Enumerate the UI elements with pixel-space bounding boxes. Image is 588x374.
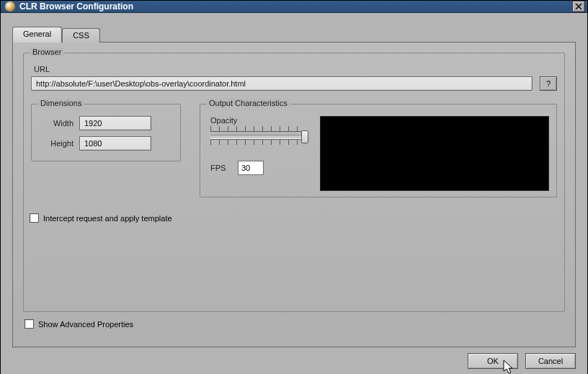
advanced-row: Show Advanced Properties (24, 319, 565, 329)
intercept-row: Intercept request and apply template (30, 213, 557, 223)
slider-ticks-top (210, 126, 306, 132)
group-output-legend: Output Characteristics (206, 99, 290, 107)
height-row: Height (39, 136, 173, 151)
height-label: Height (39, 139, 74, 148)
height-input[interactable] (79, 136, 151, 151)
panels: Dimensions Width Height Output Character… (31, 104, 557, 197)
tabstrip: General CSS (12, 26, 576, 42)
output-preview (320, 116, 549, 191)
group-output: Output Characteristics Opacity (200, 104, 557, 197)
advanced-checkbox[interactable] (24, 319, 34, 329)
url-label: URL (34, 65, 557, 74)
group-browser: Browser URL ? Dimensions Width Heigh (23, 53, 565, 312)
slider-thumb[interactable] (301, 130, 308, 143)
opacity-column: Opacity FPS (208, 116, 308, 175)
tab-css[interactable]: CSS (62, 28, 100, 43)
opacity-slider[interactable] (208, 126, 308, 151)
url-row: ? (31, 76, 557, 91)
client-area: General CSS Browser URL ? Dimensions (1, 13, 587, 374)
width-input[interactable] (79, 116, 151, 130)
tab-page-general: Browser URL ? Dimensions Width Heigh (12, 42, 576, 347)
url-help-button[interactable]: ? (540, 76, 557, 91)
window: CLR Browser Configuration General CSS Br… (0, 0, 588, 374)
fps-row: FPS (208, 161, 308, 175)
intercept-checkbox[interactable] (30, 213, 39, 223)
dialog-buttons: OK Cancel (12, 353, 576, 369)
fps-input[interactable] (238, 161, 264, 175)
fps-label: FPS (210, 164, 238, 172)
group-dimensions-legend: Dimensions (37, 99, 84, 107)
tab-label: General (23, 30, 51, 38)
group-browser-legend: Browser (30, 48, 64, 56)
tab-label: CSS (73, 31, 89, 40)
close-button[interactable] (572, 1, 585, 12)
close-icon (575, 3, 582, 10)
slider-ticks-bottom (210, 139, 306, 145)
ok-button[interactable]: OK (468, 353, 518, 369)
group-dimensions: Dimensions Width Height (31, 104, 181, 161)
advanced-label: Show Advanced Properties (38, 320, 133, 329)
width-label: Width (39, 119, 74, 128)
tab-general[interactable]: General (12, 27, 62, 43)
app-logo-icon (5, 1, 15, 12)
width-row: Width (39, 116, 173, 130)
titlebar: CLR Browser Configuration (1, 1, 587, 13)
url-input[interactable] (31, 76, 533, 91)
cancel-button[interactable]: Cancel (525, 353, 576, 369)
output-inner: Opacity FPS (208, 116, 549, 191)
window-title: CLR Browser Configuration (19, 1, 572, 12)
intercept-label: Intercept request and apply template (43, 214, 172, 223)
slider-track (210, 135, 306, 139)
opacity-label: Opacity (210, 116, 308, 125)
